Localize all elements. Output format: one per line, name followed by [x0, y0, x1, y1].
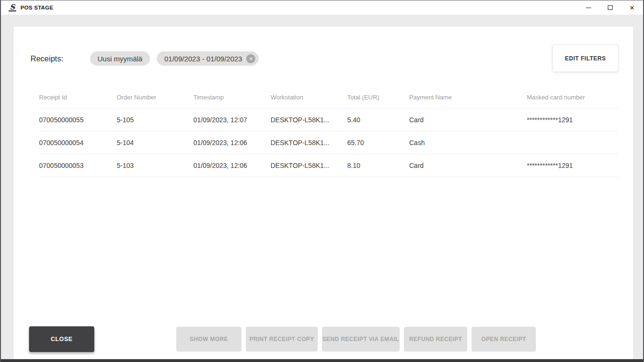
cell-receipt-id: 070050000054	[39, 139, 117, 147]
maximize-button[interactable]	[599, 0, 621, 15]
cell-total: 65.70	[347, 139, 409, 147]
refund-receipt-button[interactable]: REFUND RECEIPT	[404, 327, 467, 352]
cell-payment-name: Cash	[409, 139, 527, 147]
table-header-row: Receipt Id Order Number Timestamp Workst…	[39, 86, 618, 108]
filter-chip-daterange[interactable]: 01/09/2023 - 01/09/2023 ✕	[157, 51, 259, 66]
cell-payment-name: Card	[409, 162, 527, 169]
print-receipt-copy-button[interactable]: PRINT RECEIPT COPY	[246, 327, 318, 352]
column-header-receipt-id: Receipt Id	[39, 94, 117, 101]
cell-workstation: DESKTOP-L58K1...	[271, 116, 347, 124]
app-window: S POS STAGE ✕ Receipts: Uusi myymälä 01/…	[0, 0, 644, 362]
cell-masked-card: ************1291	[527, 162, 618, 169]
window-controls: ✕	[577, 0, 643, 15]
minimize-icon	[586, 8, 591, 8]
titlebar: S POS STAGE ✕	[1, 0, 643, 15]
column-header-timestamp: Timestamp	[193, 94, 271, 101]
table-row[interactable]: 070050000055 5-105 01/09/2023, 12:07 DES…	[39, 108, 618, 131]
cell-total: 5.40	[347, 116, 409, 124]
open-receipt-button[interactable]: OPEN RECEIPT	[472, 327, 536, 352]
cell-receipt-id: 070050000053	[39, 162, 117, 169]
close-button[interactable]: CLOSE	[29, 326, 94, 352]
table-row[interactable]: 070050000053 5-103 01/09/2023, 12:06 DES…	[39, 154, 618, 177]
close-window-button[interactable]: ✕	[621, 0, 643, 15]
app-logo-icon: S	[9, 4, 16, 11]
cell-workstation: DESKTOP-L58K1...	[271, 162, 347, 169]
send-receipt-via-email-button[interactable]: SEND RECEIPT VIA EMAIL	[322, 327, 400, 352]
receipts-panel: Receipts: Uusi myymälä 01/09/2023 - 01/0…	[14, 27, 633, 360]
column-header-masked-card: Masked card number	[527, 94, 618, 101]
receipt-actions: SHOW MORE PRINT RECEIPT COPY SEND RECEIP…	[176, 327, 536, 352]
cell-total: 8.10	[347, 162, 409, 169]
table-row[interactable]: 070050000054 5-104 01/09/2023, 12:06 DES…	[39, 131, 618, 154]
filter-chip-daterange-label: 01/09/2023 - 01/09/2023	[164, 55, 242, 63]
cell-order-number: 5-105	[117, 116, 193, 124]
filter-chip-store-label: Uusi myymälä	[98, 55, 142, 63]
close-icon: ✕	[630, 5, 635, 11]
column-header-total: Total (EUR)	[347, 94, 409, 101]
cell-payment-name: Card	[409, 116, 527, 124]
window-title: POS STAGE	[20, 5, 53, 10]
column-header-order-number: Order Number	[117, 94, 193, 101]
cell-receipt-id: 070050000055	[39, 116, 117, 124]
receipts-table: Receipt Id Order Number Timestamp Workst…	[29, 86, 618, 177]
cell-timestamp: 01/09/2023, 12:07	[193, 116, 271, 124]
cell-workstation: DESKTOP-L58K1...	[271, 139, 347, 147]
cell-masked-card: ************1291	[527, 116, 618, 124]
column-header-workstation: Workstation	[271, 94, 347, 101]
filter-chip-store[interactable]: Uusi myymälä	[90, 51, 150, 66]
cell-timestamp: 01/09/2023, 12:06	[193, 162, 271, 169]
column-header-payment-name: Payment Name	[409, 94, 527, 101]
receipts-label: Receipts:	[30, 54, 63, 63]
remove-filter-icon[interactable]: ✕	[246, 54, 255, 63]
show-more-button[interactable]: SHOW MORE	[176, 327, 242, 352]
filter-bar: Receipts: Uusi myymälä 01/09/2023 - 01/0…	[30, 51, 265, 66]
cell-order-number: 5-104	[117, 139, 193, 147]
edit-filters-button[interactable]: EDIT FILTERS	[553, 45, 618, 72]
minimize-button[interactable]	[577, 0, 599, 15]
taskbar-strip	[1, 359, 643, 362]
maximize-icon	[608, 5, 613, 10]
cell-timestamp: 01/09/2023, 12:06	[193, 139, 271, 147]
cell-order-number: 5-103	[117, 162, 193, 169]
